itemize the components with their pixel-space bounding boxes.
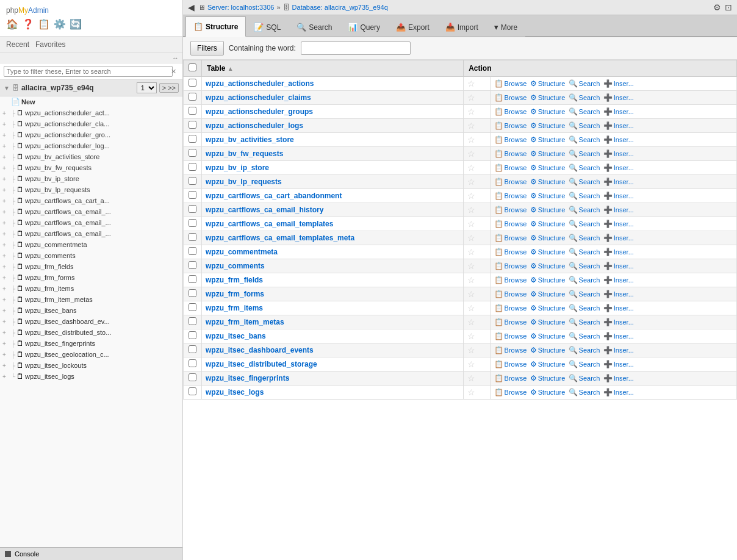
structure-btn[interactable]: ⚙ Structure bbox=[530, 262, 566, 270]
search-btn[interactable]: 🔍 Search bbox=[569, 290, 600, 298]
structure-btn[interactable]: ⚙ Structure bbox=[530, 206, 566, 214]
search-btn[interactable]: 🔍 Search bbox=[569, 262, 600, 270]
sidebar-item-2[interactable]: + ├ 🗒 wpzu_actionscheduler_gro... bbox=[0, 129, 182, 140]
sidebar-item-15[interactable]: + ├ 🗒 wpzu_frm_forms bbox=[0, 272, 182, 283]
star-icon[interactable]: ☆ bbox=[467, 121, 475, 131]
structure-btn[interactable]: ⚙ Structure bbox=[530, 220, 566, 228]
search-btn[interactable]: 🔍 Search bbox=[569, 360, 600, 368]
search-btn[interactable]: 🔍 Search bbox=[569, 149, 600, 158]
insert-btn[interactable]: ➕ Inser... bbox=[603, 388, 634, 397]
sidebar-item-8[interactable]: + ├ 🗒 wpzu_cartflows_ca_cart_a... bbox=[0, 195, 182, 206]
insert-btn[interactable]: ➕ Inser... bbox=[603, 346, 634, 354]
row-checkbox[interactable] bbox=[189, 331, 196, 339]
sidebar-item-4[interactable]: + ├ 🗒 wpzu_bv_activities_store bbox=[0, 151, 182, 162]
insert-btn[interactable]: ➕ Inser... bbox=[603, 234, 634, 242]
select-all-checkbox[interactable] bbox=[189, 63, 196, 71]
resize-icon[interactable]: ⊡ bbox=[725, 2, 732, 12]
database-link[interactable]: Database: allacira_wp735_e94q bbox=[292, 4, 388, 11]
browse-btn[interactable]: 📋 Browse bbox=[494, 276, 527, 284]
home-icon[interactable]: 🏠 bbox=[6, 18, 18, 30]
table-name-link[interactable]: wpzu_commentmeta bbox=[206, 248, 278, 256]
structure-btn[interactable]: ⚙ Structure bbox=[530, 234, 566, 242]
star-icon[interactable]: ☆ bbox=[467, 303, 475, 313]
browse-btn[interactable]: 📋 Browse bbox=[494, 121, 527, 130]
row-checkbox[interactable] bbox=[189, 275, 196, 283]
star-icon[interactable]: ☆ bbox=[467, 233, 475, 243]
nav-next-btn[interactable]: > >> bbox=[159, 83, 179, 93]
insert-btn[interactable]: ➕ Inser... bbox=[603, 262, 634, 270]
table-name-link[interactable]: wpzu_actionscheduler_claims bbox=[206, 93, 311, 102]
insert-btn[interactable]: ➕ Inser... bbox=[603, 276, 634, 284]
table-name-link[interactable]: wpzu_actionscheduler_actions bbox=[206, 79, 314, 88]
tab-search[interactable]: 🔍 Search bbox=[289, 17, 340, 37]
server-link[interactable]: Server: localhost:3306 bbox=[207, 4, 274, 11]
tab-import[interactable]: 📥 Import bbox=[437, 17, 486, 37]
table-name-link[interactable]: wpzu_itsec_dashboard_events bbox=[206, 346, 314, 354]
search-btn[interactable]: 🔍 Search bbox=[569, 304, 600, 312]
row-checkbox[interactable] bbox=[189, 121, 196, 129]
star-icon[interactable]: ☆ bbox=[467, 289, 475, 299]
star-icon[interactable]: ☆ bbox=[467, 135, 475, 145]
table-name-link[interactable]: wpzu_itsec_fingerprints bbox=[206, 374, 289, 382]
tab-structure[interactable]: 📋 Structure bbox=[185, 16, 246, 37]
insert-btn[interactable]: ➕ Inser... bbox=[603, 79, 634, 88]
structure-btn[interactable]: ⚙ Structure bbox=[530, 276, 566, 284]
row-checkbox[interactable] bbox=[189, 289, 196, 297]
sidebar-item-22[interactable]: + ├ 🗒 wpzu_itsec_geolocation_c... bbox=[0, 349, 182, 360]
sidebar-item-11[interactable]: + ├ 🗒 wpzu_cartflows_ca_email_... bbox=[0, 228, 182, 239]
insert-btn[interactable]: ➕ Inser... bbox=[603, 332, 634, 340]
sidebar-item-23[interactable]: + ├ 🗒 wpzu_itsec_lockouts bbox=[0, 360, 182, 371]
table-name-link[interactable]: wpzu_cartflows_ca_email_history bbox=[206, 206, 323, 214]
structure-btn[interactable]: ⚙ Structure bbox=[530, 178, 566, 186]
structure-btn[interactable]: ⚙ Structure bbox=[530, 346, 566, 354]
table-name-link[interactable]: wpzu_cartflows_ca_email_templates_meta bbox=[206, 234, 354, 242]
recent-tab[interactable]: Recent bbox=[6, 40, 29, 49]
insert-btn[interactable]: ➕ Inser... bbox=[603, 149, 634, 158]
back-arrow[interactable]: ◀ bbox=[188, 2, 195, 12]
table-name-link[interactable]: wpzu_itsec_logs bbox=[206, 388, 264, 397]
insert-btn[interactable]: ➕ Inser... bbox=[603, 206, 634, 214]
insert-btn[interactable]: ➕ Inser... bbox=[603, 360, 634, 368]
insert-btn[interactable]: ➕ Inser... bbox=[603, 318, 634, 326]
browse-btn[interactable]: 📋 Browse bbox=[494, 374, 527, 382]
row-checkbox[interactable] bbox=[189, 261, 196, 269]
star-icon[interactable]: ☆ bbox=[467, 317, 475, 327]
search-btn[interactable]: 🔍 Search bbox=[569, 276, 600, 284]
structure-btn[interactable]: ⚙ Structure bbox=[530, 135, 566, 144]
table-name-link[interactable]: wpzu_bv_activities_store bbox=[206, 135, 294, 144]
sidebar-item-10[interactable]: + ├ 🗒 wpzu_cartflows_ca_email_... bbox=[0, 217, 182, 228]
filter-word-input[interactable] bbox=[301, 41, 411, 55]
table-header-table[interactable]: Table ▲ bbox=[202, 60, 464, 77]
sidebar-item-16[interactable]: + ├ 🗒 wpzu_frm_items bbox=[0, 283, 182, 294]
star-icon[interactable]: ☆ bbox=[467, 387, 475, 397]
row-checkbox[interactable] bbox=[189, 317, 196, 325]
search-btn[interactable]: 🔍 Search bbox=[569, 178, 600, 186]
settings-icon[interactable]: ⚙️ bbox=[54, 18, 66, 30]
search-btn[interactable]: 🔍 Search bbox=[569, 318, 600, 326]
insert-btn[interactable]: ➕ Inser... bbox=[603, 192, 634, 200]
row-checkbox[interactable] bbox=[189, 345, 196, 353]
search-btn[interactable]: 🔍 Search bbox=[569, 234, 600, 242]
star-icon[interactable]: ☆ bbox=[467, 93, 475, 102]
row-checkbox[interactable] bbox=[189, 387, 196, 395]
search-btn[interactable]: 🔍 Search bbox=[569, 388, 600, 397]
search-btn[interactable]: 🔍 Search bbox=[569, 93, 600, 102]
star-icon[interactable]: ☆ bbox=[467, 373, 475, 383]
star-icon[interactable]: ☆ bbox=[467, 163, 475, 173]
star-icon[interactable]: ☆ bbox=[467, 177, 475, 187]
browse-btn[interactable]: 📋 Browse bbox=[494, 346, 527, 354]
insert-btn[interactable]: ➕ Inser... bbox=[603, 178, 634, 186]
table-name-link[interactable]: wpzu_frm_item_metas bbox=[206, 318, 284, 326]
insert-btn[interactable]: ➕ Inser... bbox=[603, 93, 634, 102]
row-checkbox[interactable] bbox=[189, 177, 196, 185]
star-icon[interactable]: ☆ bbox=[467, 219, 475, 229]
insert-btn[interactable]: ➕ Inser... bbox=[603, 220, 634, 228]
star-icon[interactable]: ☆ bbox=[467, 205, 475, 215]
sidebar-item-9[interactable]: + ├ 🗒 wpzu_cartflows_ca_email_... bbox=[0, 206, 182, 217]
search-btn[interactable]: 🔍 Search bbox=[569, 192, 600, 200]
star-icon[interactable]: ☆ bbox=[467, 331, 475, 341]
filters-button[interactable]: Filters bbox=[190, 41, 224, 56]
insert-btn[interactable]: ➕ Inser... bbox=[603, 163, 634, 172]
sidebar-new-item[interactable]: 📄 New bbox=[0, 96, 182, 107]
star-icon[interactable]: ☆ bbox=[467, 275, 475, 285]
